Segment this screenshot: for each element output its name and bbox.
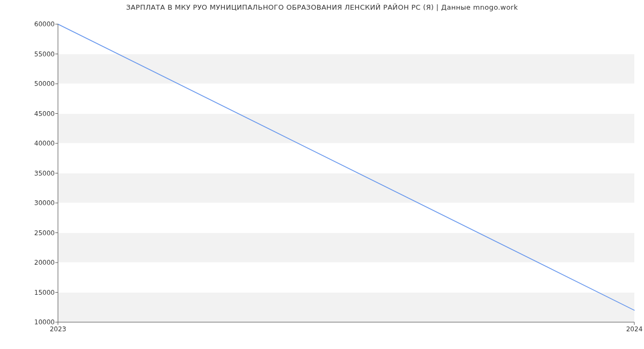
x-tick-label: 2023 xyxy=(50,325,67,333)
chart-root: ЗАРПЛАТА В МКУ РУО МУНИЦИПАЛЬНОГО ОБРАЗО… xyxy=(0,0,644,349)
y-tick-label: 30000 xyxy=(23,199,55,207)
y-tick-label: 50000 xyxy=(23,80,55,88)
y-tick-label: 55000 xyxy=(23,50,55,58)
y-tick-label: 40000 xyxy=(23,140,55,147)
svg-rect-7 xyxy=(58,84,634,114)
svg-rect-9 xyxy=(58,24,634,54)
svg-rect-4 xyxy=(58,173,634,203)
svg-rect-2 xyxy=(58,233,634,263)
plot-area xyxy=(58,24,634,322)
y-tick-label: 45000 xyxy=(23,110,55,118)
svg-rect-6 xyxy=(58,114,634,144)
svg-rect-0 xyxy=(58,293,634,323)
chart-title: ЗАРПЛАТА В МКУ РУО МУНИЦИПАЛЬНОГО ОБРАЗО… xyxy=(0,3,644,11)
y-tick-label: 60000 xyxy=(23,20,55,28)
y-tick-label: 25000 xyxy=(23,229,55,237)
y-tick-label: 15000 xyxy=(23,289,55,296)
x-tick-label: 2024 xyxy=(626,325,643,333)
svg-rect-8 xyxy=(58,54,634,84)
svg-rect-5 xyxy=(58,143,634,173)
y-tick-label: 10000 xyxy=(23,318,55,326)
y-tick-label: 20000 xyxy=(23,259,55,266)
plot-svg xyxy=(58,24,634,322)
y-tick-label: 35000 xyxy=(23,170,55,177)
svg-rect-3 xyxy=(58,203,634,233)
